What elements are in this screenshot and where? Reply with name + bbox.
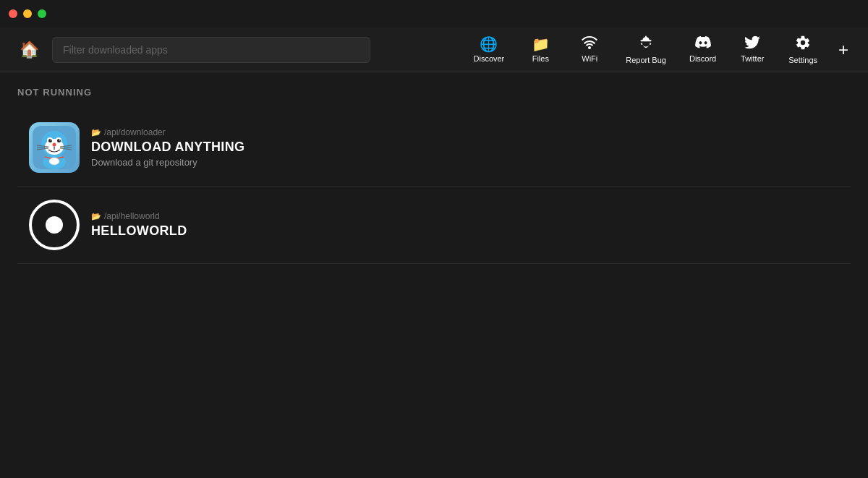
- nav-wifi-label: WiFi: [582, 54, 597, 63]
- app-path-text: /api/downloader: [104, 127, 166, 137]
- nav-discord-label: Discord: [689, 54, 716, 63]
- bug-icon: [638, 35, 654, 53]
- svg-point-18: [49, 158, 59, 165]
- svg-point-5: [48, 139, 52, 142]
- nav-files[interactable]: 📁 Files: [517, 33, 563, 67]
- wifi-icon: [582, 36, 597, 51]
- minimize-button[interactable]: [23, 9, 32, 18]
- home-button[interactable]: 🏠: [12, 33, 46, 67]
- close-button[interactable]: [9, 9, 17, 18]
- nav-twitter[interactable]: Twitter: [729, 32, 775, 67]
- svg-point-7: [51, 140, 52, 141]
- app-info-download-anything: 📂 /api/downloader DOWNLOAD ANYTHING Down…: [91, 127, 244, 168]
- main-content: NOT RUNNING: [0, 72, 868, 278]
- maximize-button[interactable]: [38, 9, 46, 18]
- app-icon-circle-inner: [46, 216, 63, 234]
- nav-report-bug-label: Report Bug: [626, 56, 666, 64]
- nav-wifi[interactable]: WiFi: [566, 32, 613, 67]
- nav-files-label: Files: [532, 54, 549, 63]
- add-icon: +: [838, 40, 848, 60]
- settings-icon: [795, 35, 811, 53]
- svg-point-8: [59, 140, 61, 141]
- search-input[interactable]: [52, 37, 370, 63]
- toolbar: 🏠 🌐 Discover 📁 Files WiFi: [0, 27, 868, 72]
- files-icon: 📁: [532, 37, 550, 51]
- nav-discover-label: Discover: [474, 54, 505, 63]
- discover-icon: 🌐: [480, 37, 498, 51]
- folder-icon-hw: 📂: [91, 212, 101, 221]
- app-path-download-anything: 📂 /api/downloader: [91, 127, 244, 137]
- nav-settings[interactable]: Settings: [778, 30, 827, 69]
- twitter-icon: [744, 36, 760, 51]
- toolbar-nav: 🌐 Discover 📁 Files WiFi Report Bug: [464, 30, 828, 69]
- app-name-download-anything: DOWNLOAD ANYTHING: [91, 140, 244, 155]
- nav-discord[interactable]: Discord: [679, 32, 726, 67]
- discord-icon: [695, 36, 711, 51]
- app-info-helloworld: 📂 /api/helloworld HELLOWORLD: [91, 211, 187, 239]
- nav-discover[interactable]: 🌐 Discover: [464, 33, 515, 67]
- titlebar: [0, 0, 868, 27]
- home-icon: 🏠: [20, 40, 39, 59]
- nav-settings-label: Settings: [788, 56, 817, 64]
- app-item-helloworld[interactable]: 📂 /api/helloworld HELLOWORLD: [17, 187, 851, 264]
- app-item-download-anything[interactable]: 📂 /api/downloader DOWNLOAD ANYTHING Down…: [17, 109, 851, 187]
- app-icon-doraemon: [29, 122, 80, 173]
- app-path-helloworld: 📂 /api/helloworld: [91, 211, 187, 221]
- app-icon-helloworld: [29, 200, 80, 250]
- nav-twitter-label: Twitter: [741, 54, 764, 63]
- add-button[interactable]: +: [830, 37, 856, 63]
- folder-icon: 📂: [91, 128, 101, 137]
- nav-report-bug[interactable]: Report Bug: [616, 30, 676, 69]
- app-desc-download-anything: Download a git repository: [91, 157, 244, 168]
- app-name-helloworld: HELLOWORLD: [91, 223, 187, 239]
- section-header: NOT RUNNING: [17, 87, 851, 98]
- app-path-text-hw: /api/helloworld: [104, 211, 160, 221]
- svg-point-9: [53, 143, 56, 147]
- svg-point-6: [57, 139, 61, 142]
